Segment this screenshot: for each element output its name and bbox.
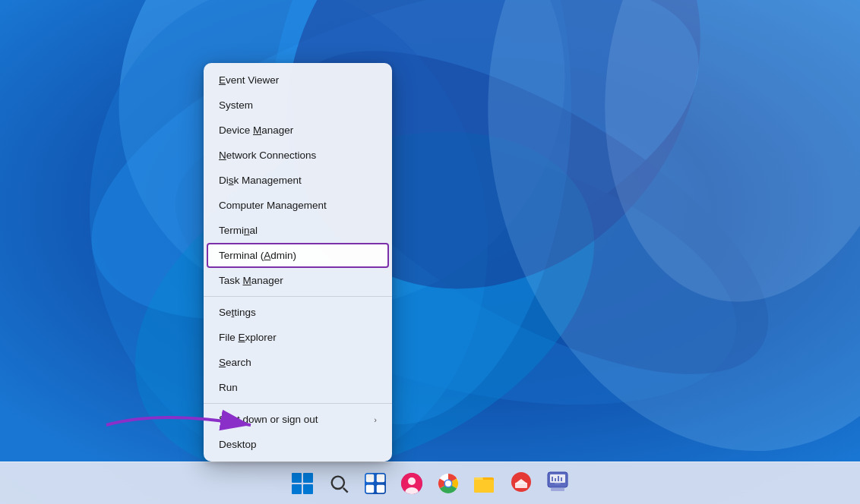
menu-item-event-viewer-label: Event Viewer	[219, 74, 279, 86]
mail-icon	[511, 471, 532, 496]
desktop: Event Viewer System Device Manager Netwo…	[0, 0, 860, 504]
taskbar-control-panel-button[interactable]	[541, 467, 574, 500]
svg-rect-16	[366, 484, 375, 493]
menu-item-run-label: Run	[219, 382, 238, 393]
svg-rect-14	[366, 474, 375, 482]
svg-line-13	[343, 487, 348, 492]
chrome-icon	[438, 473, 459, 494]
menu-item-terminal-label: Terminal	[219, 225, 258, 236]
menu-item-task-manager[interactable]: Task Manager	[204, 268, 392, 293]
menu-item-device-manager-label: Device Manager	[219, 124, 293, 136]
menu-item-event-viewer[interactable]: Event Viewer	[204, 68, 392, 93]
svg-rect-32	[551, 488, 564, 491]
taskbar-icons	[286, 467, 574, 500]
taskbar-search-button[interactable]	[322, 467, 356, 500]
menu-item-terminal-admin[interactable]: Terminal (Admin)	[207, 243, 389, 268]
widgets-icon	[365, 473, 386, 494]
menu-divider-1	[204, 296, 392, 297]
menu-item-settings[interactable]: Settings	[204, 300, 392, 325]
menu-item-search[interactable]: Search	[204, 350, 392, 375]
windows-logo-icon	[292, 473, 313, 494]
svg-rect-29	[515, 483, 527, 488]
svg-point-23	[445, 480, 451, 487]
taskbar	[0, 461, 860, 504]
taskbar-mail-button[interactable]	[504, 467, 538, 500]
menu-item-disk-management-label: Disk Management	[219, 175, 302, 186]
menu-item-file-explorer[interactable]: File Explorer	[204, 325, 392, 350]
menu-item-device-manager[interactable]: Device Manager	[204, 118, 392, 143]
arrow-annotation	[99, 402, 273, 451]
profile-avatar-icon	[401, 473, 422, 494]
menu-item-terminal-admin-label: Terminal (Admin)	[219, 250, 296, 261]
svg-rect-26	[474, 480, 494, 493]
menu-item-search-label: Search	[219, 357, 251, 368]
taskbar-file-explorer-button[interactable]	[468, 467, 501, 500]
menu-item-system[interactable]: System	[204, 93, 392, 118]
menu-item-task-manager-label: Task Manager	[219, 275, 283, 286]
svg-rect-15	[377, 474, 385, 482]
svg-point-19	[408, 477, 416, 485]
menu-item-terminal[interactable]: Terminal	[204, 218, 392, 243]
search-icon	[328, 473, 349, 494]
file-explorer-icon	[474, 474, 495, 493]
menu-item-settings-label: Settings	[219, 307, 256, 318]
svg-rect-33	[555, 483, 561, 484]
control-panel-icon	[547, 471, 568, 496]
taskbar-chrome-button[interactable]	[432, 467, 465, 500]
start-button[interactable]	[286, 467, 319, 500]
desktop-background	[0, 0, 860, 461]
shut-down-submenu-chevron: ›	[374, 415, 377, 424]
menu-item-system-label: System	[219, 99, 253, 111]
menu-item-file-explorer-label: File Explorer	[219, 332, 277, 343]
taskbar-widgets-button[interactable]	[359, 467, 392, 500]
taskbar-profile-button[interactable]	[395, 467, 428, 500]
svg-point-12	[332, 476, 344, 488]
menu-item-network-connections[interactable]: Network Connections	[204, 143, 392, 168]
menu-item-disk-management[interactable]: Disk Management	[204, 168, 392, 193]
menu-item-run[interactable]: Run	[204, 375, 392, 400]
menu-item-network-connections-label: Network Connections	[219, 150, 316, 161]
svg-rect-17	[377, 484, 385, 493]
menu-item-computer-management[interactable]: Computer Management	[204, 193, 392, 218]
menu-item-computer-management-label: Computer Management	[219, 200, 327, 211]
